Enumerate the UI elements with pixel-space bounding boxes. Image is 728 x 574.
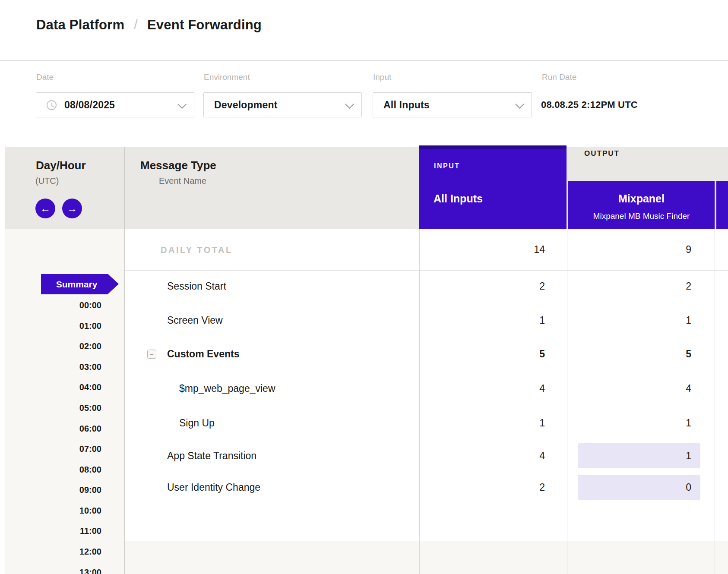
event-forwarding-page: Data Platform / Event Forwarding Date 08… [0,0,728,574]
next-output-column-header-partial[interactable] [716,181,728,229]
table-row-label: $mp_web_page_view [179,382,275,395]
hour-row-selector[interactable]: 09:00 [32,485,101,495]
minus-icon: − [150,350,154,358]
arrow-right-icon: → [67,203,77,214]
daily-total-output-value: 9 [627,243,691,256]
table-row-label: Sign Up [179,416,215,429]
grid-line [715,229,715,574]
row-output-value: 5 [627,347,691,360]
row-output-value: 1 [627,314,691,327]
environment-filter-label: Environment [204,73,250,82]
message-type-column-header: Message Type [140,159,216,172]
hour-row-selector[interactable]: 01:00 [32,321,101,331]
table-row-label: User Identity Change [167,481,260,494]
date-filter-value: 08/08/2025 [64,99,115,111]
clock-icon [47,100,57,110]
chevron-down-icon [345,99,354,108]
daily-total-input-value: 14 [480,243,545,256]
table-row-label: Session Start [167,280,226,293]
output-group-label: OUTPUT [584,149,620,158]
run-date-value: 08.08.25 2:12PM UTC [541,98,638,111]
breadcrumb: Data Platform / Event Forwarding [36,17,262,33]
row-input-value: 2 [480,481,545,494]
summary-row-selector[interactable]: Summary [41,274,108,294]
hour-row-selector[interactable]: 08:00 [32,464,101,475]
row-output-value: 1 [627,416,691,429]
hour-row-selector[interactable]: 10:00 [32,505,101,516]
table-row-label: Screen View [167,314,223,327]
chevron-down-icon [515,99,524,108]
date-filter-dropdown[interactable]: 08/08/2025 [36,92,194,117]
table-footer-area [124,541,728,574]
event-name-subheader: Event Name [159,176,206,186]
top-bar: Data Platform / Event Forwarding [0,0,728,61]
input-filter-dropdown[interactable]: All Inputs [373,92,532,117]
date-filter-label: Date [36,73,54,82]
row-input-value: 4 [480,382,545,395]
row-output-value: 4 [627,382,691,395]
grid-line [567,229,567,574]
hour-row-selector[interactable]: 00:00 [32,300,101,310]
table-row-label: App State Transition [167,449,256,462]
mixpanel-column-header[interactable]: Mixpanel Mixpanel MB Music Finder [568,181,715,229]
day-hour-column-header: Day/Hour [36,159,86,172]
hour-row-selector[interactable]: 04:00 [32,382,101,392]
daily-total-divider [125,271,728,271]
hour-row-selector[interactable]: 13:00 [32,567,101,574]
hour-row-selector[interactable]: 11:00 [32,526,101,536]
arrow-left-icon: ← [40,203,51,214]
hour-row-selector[interactable]: 05:00 [32,403,101,413]
previous-day-button[interactable]: ← [35,199,55,218]
chevron-down-icon [177,99,187,108]
environment-filter-dropdown[interactable]: Development [203,92,362,117]
row-output-value: 0 [627,481,691,494]
grid-line [124,147,125,574]
input-column-header[interactable]: INPUT All Inputs [419,149,567,229]
row-input-value: 5 [480,347,545,360]
run-date-label: Run Date [542,73,576,82]
mixpanel-column-subtitle: Mixpanel MB Music Finder [568,211,715,221]
input-filter-label: Input [373,73,391,82]
hour-row-selector[interactable]: 03:00 [32,362,101,372]
day-hour-timezone: (UTC) [35,176,59,186]
summary-label: Summary [56,279,98,290]
mixpanel-column-title: Mixpanel [568,192,715,205]
hour-row-selector[interactable]: 06:00 [32,423,101,434]
input-filter-value: All Inputs [383,99,430,111]
environment-filter-value: Development [214,99,278,111]
page-title: Event Forwarding [147,17,262,33]
row-input-value: 1 [480,416,545,429]
breadcrumb-section[interactable]: Data Platform [36,17,124,33]
input-column-accent-strip [419,145,567,149]
input-column-title: All Inputs [434,192,483,205]
table-row-label[interactable]: Custom Events [167,347,239,360]
breadcrumb-separator: / [134,17,138,32]
row-output-value: 2 [627,280,691,293]
row-output-value: 1 [627,449,691,462]
row-input-value: 2 [480,280,545,293]
grid-line [419,229,420,574]
hour-row-selector[interactable]: 02:00 [32,341,101,351]
daily-total-label: DAILY TOTAL [161,244,233,255]
collapse-custom-events-icon[interactable]: − [147,350,156,359]
row-input-value: 1 [480,314,545,327]
input-group-label: INPUT [434,162,460,170]
row-input-value: 4 [480,449,545,462]
hour-row-selector[interactable]: 07:00 [32,444,101,454]
next-day-button[interactable]: → [62,199,82,218]
hour-row-selector[interactable]: 12:00 [32,546,101,557]
